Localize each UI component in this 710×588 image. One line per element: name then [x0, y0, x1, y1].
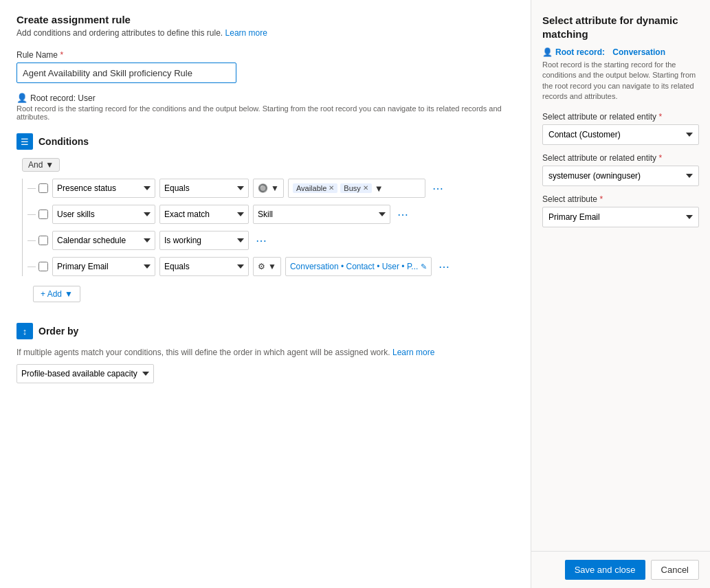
condition-checkbox-4[interactable] [38, 262, 48, 271]
condition-checkbox-3[interactable] [38, 236, 48, 245]
cancel-button[interactable]: Cancel [651, 560, 699, 580]
right-field3-label: Select attribute * [542, 194, 699, 204]
condition-value-2[interactable]: Skill [253, 205, 390, 224]
order-by-icon: ↕ [16, 323, 33, 339]
order-by-learn-more[interactable]: Learn more [392, 348, 434, 357]
condition-more-4[interactable]: ⋯ [436, 260, 452, 273]
right-root-record: 👤 Root record: Conversation [542, 47, 699, 57]
rule-name-input[interactable] [16, 63, 236, 83]
condition-operator-3[interactable]: Is working [159, 231, 249, 250]
condition-row: Calendar schedule Is working ⋯ [27, 231, 514, 250]
tag-busy-close[interactable]: ✕ [363, 185, 368, 192]
condition-field-2[interactable]: User skills [52, 205, 155, 224]
right-field1-label: Select attribute or related entity * [542, 112, 699, 122]
condition-tags-1[interactable]: Available ✕ Busy ✕ ▼ [288, 179, 425, 198]
right-user-icon: 👤 [542, 47, 553, 57]
right-field3-select[interactable]: Primary Email [542, 207, 699, 227]
condition-more-1[interactable]: ⋯ [430, 182, 446, 195]
order-by-section: ↕ Order by If multiple agents match your… [16, 323, 514, 383]
and-badge[interactable]: And ▼ [22, 158, 60, 172]
condition-field-1[interactable]: Presence status [52, 179, 155, 198]
order-by-select[interactable]: Profile-based available capacity [16, 364, 154, 383]
save-and-close-button[interactable]: Save and close [565, 560, 645, 580]
condition-icon-select-1[interactable]: 🔘 ▼ [253, 179, 284, 198]
user-icon: 👤 [16, 93, 27, 103]
condition-field-4[interactable]: Primary Email [52, 257, 155, 276]
order-by-desc: If multiple agents match your conditions… [16, 348, 514, 357]
right-field2-label: Select attribute or related entity * [542, 153, 699, 163]
condition-operator-1[interactable]: Equals [159, 179, 249, 198]
condition-rows-wrapper: Presence status Equals 🔘 ▼ Available ✕ B… [22, 179, 514, 276]
tag-busy: Busy ✕ [340, 183, 371, 193]
condition-checkbox-1[interactable] [38, 183, 48, 193]
right-panel: Select attribute for dynamic matching 👤 … [531, 0, 710, 588]
right-panel-title: Select attribute for dynamic matching [542, 14, 699, 41]
page-subtitle: Add conditions and ordering attributes t… [16, 28, 514, 38]
order-by-header: ↕ Order by [16, 323, 514, 339]
tag-available-close[interactable]: ✕ [329, 185, 334, 192]
main-panel: Create assignment rule Add conditions an… [0, 0, 531, 588]
condition-checkbox-2[interactable] [38, 210, 48, 219]
right-field2-select[interactable]: systemuser (owninguser) [542, 166, 699, 186]
condition-field-3[interactable]: Calendar schedule [52, 231, 155, 250]
page-title: Create assignment rule [16, 14, 514, 25]
right-field1-select[interactable]: Contact (Customer) [542, 124, 699, 145]
condition-more-3[interactable]: ⋯ [253, 234, 269, 247]
conditions-title: Conditions [38, 136, 89, 147]
root-record-desc: Root record is the starting record for t… [16, 104, 514, 121]
condition-row: Presence status Equals 🔘 ▼ Available ✕ B… [27, 179, 514, 198]
right-root-desc: Root record is the starting record for t… [542, 60, 699, 102]
conditions-section-header: ☰ Conditions [16, 133, 514, 150]
condition-more-2[interactable]: ⋯ [395, 208, 411, 221]
condition-row: Primary Email Equals ⚙ ▼ Conversation • … [27, 257, 514, 276]
rule-name-label: Rule Name * [16, 50, 514, 60]
tag-available: Available ✕ [293, 183, 337, 193]
bottom-bar: Save and close Cancel [531, 551, 710, 588]
condition-dynamic-value-4[interactable]: Conversation • Contact • User • P... ✎ [285, 257, 432, 276]
learn-more-link[interactable]: Learn more [225, 28, 267, 38]
condition-icon-select-4[interactable]: ⚙ ▼ [253, 257, 281, 276]
condition-operator-4[interactable]: Equals [159, 257, 249, 276]
condition-operator-2[interactable]: Exact match [159, 205, 249, 224]
condition-row: User skills Exact match Skill ⋯ [27, 205, 514, 224]
conditions-area: And ▼ Presence status Equals 🔘 ▼ [22, 158, 514, 302]
add-condition-button[interactable]: + Add ▼ [33, 286, 80, 302]
edit-icon[interactable]: ✎ [421, 262, 427, 271]
conditions-icon: ☰ [16, 133, 33, 150]
order-by-title: Order by [38, 326, 78, 337]
root-record-row: 👤 Root record: User [16, 93, 514, 103]
